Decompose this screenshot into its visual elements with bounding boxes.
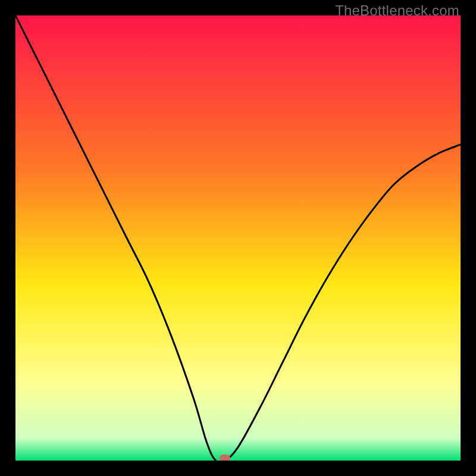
plot-area: [15, 15, 461, 461]
optimal-point-marker: [220, 455, 230, 461]
chart-svg: [15, 15, 461, 461]
chart-frame: TheBottleneck.com: [0, 0, 476, 476]
gradient-background: [15, 15, 461, 461]
